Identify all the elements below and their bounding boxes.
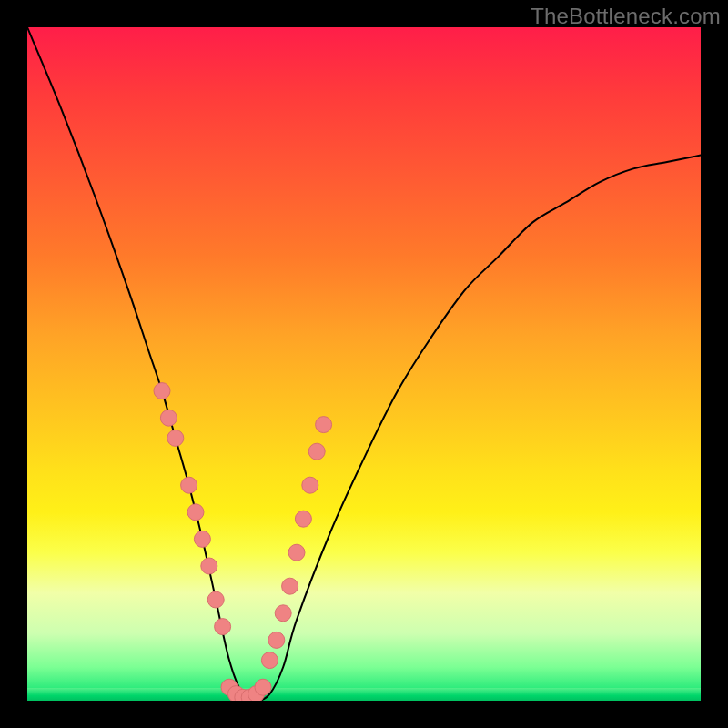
curve-path [27,27,701,701]
curve-marker-dot [288,544,305,561]
curve-markers [154,383,332,701]
curve-marker-dot [181,477,197,493]
curve-marker-dot [154,383,170,399]
curve-marker-dot [215,619,231,635]
plot-area [27,27,701,701]
curve-marker-dot [167,430,184,446]
curve-marker-dot [160,410,177,426]
curve-marker-dot [261,652,278,669]
curve-marker-dot [194,531,210,547]
curve-marker-dot [308,443,325,460]
curve-marker-dot [255,679,271,695]
curve-marker-dot [207,592,224,608]
curve-marker-dot [201,558,217,574]
watermark-text: TheBottleneck.com [531,4,721,29]
chart-stage: TheBottleneck.com [0,0,728,728]
curve-marker-dot [295,511,311,527]
curve-marker-dot [316,417,332,433]
curve-marker-dot [275,605,291,622]
curve-marker-dot [282,578,298,594]
curve-marker-dot [268,632,285,648]
curve-marker-dot [302,477,318,493]
curve-marker-dot [187,504,204,521]
bottleneck-curve [27,27,701,701]
